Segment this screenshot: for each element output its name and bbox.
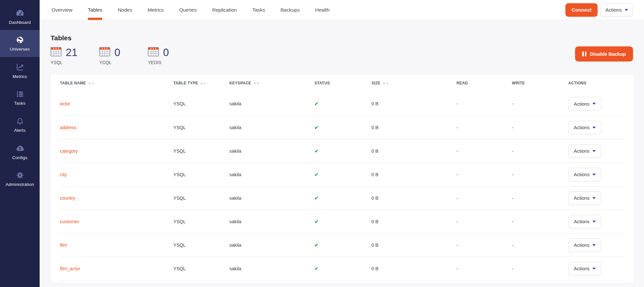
status-ok-icon: ✔ <box>314 219 319 224</box>
tab-health[interactable]: Health <box>315 0 330 20</box>
chevron-down-icon <box>592 127 596 129</box>
table-name-link[interactable]: city <box>60 172 67 177</box>
universe-actions-button[interactable]: Actions <box>600 3 633 17</box>
table-row: customer YSQL sakila ✔ 0 B - - Actions <box>59 210 624 233</box>
table-name-link[interactable]: actor <box>60 101 70 106</box>
sort-icons[interactable] <box>254 83 259 84</box>
size-cell: 0 B <box>371 139 456 163</box>
yedis-count: 0 <box>163 47 169 58</box>
keyspace-cell: sakila <box>229 163 314 186</box>
cloud-upload-icon <box>15 143 25 153</box>
table-name-link[interactable]: address <box>60 125 77 130</box>
table-grid-icon <box>148 47 159 58</box>
col-header-table-name[interactable]: TABLE NAME <box>59 74 173 92</box>
table-name-link[interactable]: country <box>60 196 75 201</box>
table-name-link[interactable]: category <box>60 148 78 154</box>
sort-icons[interactable] <box>383 83 389 84</box>
write-cell: - <box>511 210 568 233</box>
keyspace-cell: sakila <box>229 257 314 280</box>
tables-table: TABLE NAME TABLE TYPE KEYSPACE STATUS SI… <box>59 74 624 281</box>
sidebar-item-administration[interactable]: Administration <box>0 165 40 192</box>
read-cell: - <box>456 163 511 186</box>
table-row: film YSQL sakila ✔ 0 B - - Actions <box>59 233 624 257</box>
tab-tables[interactable]: Tables <box>88 0 102 20</box>
col-header-size[interactable]: SIZE <box>371 74 456 92</box>
table-type-cell: YSQL <box>173 210 229 233</box>
col-header-table-type[interactable]: TABLE TYPE <box>173 74 229 92</box>
chevron-down-icon <box>592 268 596 270</box>
ysql-label: YSQL <box>51 60 99 65</box>
chevron-down-icon <box>592 197 596 199</box>
keyspace-cell: sakila <box>229 92 314 116</box>
table-row: city YSQL sakila ✔ 0 B - - Actions <box>59 163 624 186</box>
row-actions-button[interactable]: Actions <box>568 121 601 134</box>
col-header-read: READ <box>456 74 511 92</box>
write-cell: - <box>511 257 568 280</box>
row-actions-button[interactable]: Actions <box>568 97 601 110</box>
sidebar-item-label: Dashboard <box>9 20 31 25</box>
table-type-cell: YSQL <box>173 163 229 186</box>
sidebar-item-metrics[interactable]: Metrics <box>0 57 40 84</box>
connect-button[interactable]: Connect <box>565 3 598 17</box>
size-cell: 0 B <box>371 163 456 186</box>
size-cell: 0 B <box>371 257 456 280</box>
sort-icons[interactable] <box>200 83 206 84</box>
row-actions-button[interactable]: Actions <box>568 215 601 228</box>
metrics-chart-icon <box>15 62 25 72</box>
tab-queries[interactable]: Queries <box>179 0 197 20</box>
yedis-label: YEDIS <box>148 60 197 65</box>
table-type-cell: YSQL <box>173 116 229 139</box>
chevron-down-icon <box>592 244 596 246</box>
table-type-stats: 21 YSQL <box>51 47 634 65</box>
row-actions-button[interactable]: Actions <box>568 262 601 275</box>
ycql-count: 0 <box>114 47 120 58</box>
tab-metrics[interactable]: Metrics <box>148 0 164 20</box>
universe-tabs: Overview Tables Nodes Metrics Queries Re… <box>52 0 330 20</box>
tab-overview[interactable]: Overview <box>52 0 72 20</box>
row-actions-button[interactable]: Actions <box>568 238 601 252</box>
chevron-down-icon <box>625 9 628 11</box>
table-name-link[interactable]: customer <box>60 219 79 224</box>
sidebar-item-configs[interactable]: Configs <box>0 138 40 165</box>
table-name-link[interactable]: film_actor <box>60 266 80 271</box>
status-ok-icon: ✔ <box>314 148 319 154</box>
write-cell: - <box>511 233 568 257</box>
sidebar-item-tasks[interactable]: Tasks <box>0 84 40 111</box>
write-cell: - <box>511 139 568 163</box>
stat-yedis: 0 YEDIS <box>148 47 197 65</box>
chevron-down-icon <box>592 221 596 223</box>
col-header-status: STATUS <box>314 74 371 92</box>
sort-icons[interactable] <box>88 83 94 84</box>
table-type-cell: YSQL <box>173 92 229 116</box>
table-grid-icon <box>99 47 110 58</box>
table-row: film_actor YSQL sakila ✔ 0 B - - Actions <box>59 257 624 280</box>
sidebar-item-label: Universes <box>10 47 30 52</box>
sidebar-item-universes[interactable]: Universes <box>0 30 40 57</box>
disable-backup-button[interactable]: Disable Backup <box>575 46 633 62</box>
tab-nodes[interactable]: Nodes <box>118 0 132 20</box>
keyspace-cell: sakila <box>229 116 314 139</box>
sidebar: Dashboard Universes Metri <box>0 0 40 287</box>
col-header-keyspace[interactable]: KEYSPACE <box>229 74 314 92</box>
row-actions-button[interactable]: Actions <box>568 144 601 158</box>
read-cell: - <box>456 186 511 210</box>
globe-icon <box>15 35 24 44</box>
sidebar-item-dashboard[interactable]: Dashboard <box>0 3 40 30</box>
row-actions-button[interactable]: Actions <box>568 191 601 205</box>
tab-tasks[interactable]: Tasks <box>252 0 265 20</box>
table-row: country YSQL sakila ✔ 0 B - - Actions <box>59 186 624 210</box>
tab-backups[interactable]: Backups <box>281 0 300 20</box>
table-type-cell: YSQL <box>173 139 229 163</box>
size-cell: 0 B <box>371 116 456 139</box>
ysql-count: 21 <box>66 47 78 58</box>
read-cell: - <box>456 92 511 116</box>
tab-replication[interactable]: Replication <box>212 0 237 20</box>
read-cell: - <box>456 116 511 139</box>
chevron-down-icon <box>592 103 596 105</box>
table-name-link[interactable]: film <box>60 243 67 248</box>
chevron-down-icon <box>592 174 596 176</box>
write-cell: - <box>511 92 568 116</box>
sidebar-item-alerts[interactable]: Alerts <box>0 111 40 138</box>
row-actions-button[interactable]: Actions <box>568 168 601 181</box>
tasks-list-icon <box>15 90 24 99</box>
